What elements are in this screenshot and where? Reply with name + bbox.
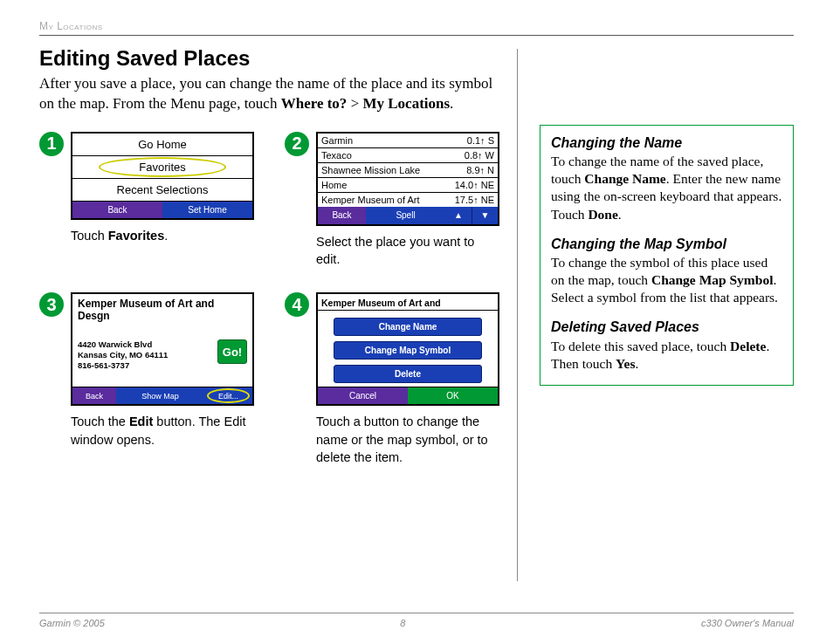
page-title: Editing Saved Places — [39, 46, 499, 71]
menu-go-home[interactable]: Go Home — [72, 134, 252, 156]
section-label: My Locations — [39, 20, 103, 32]
back-button[interactable]: Back — [318, 207, 366, 224]
place-title: Kemper Museum of Art and Desgn — [72, 294, 252, 324]
main-content: Editing Saved Places After you save a pl… — [39, 46, 517, 581]
step-1-badge: 1 — [39, 132, 64, 156]
sidebar-heading-name: Changing the Name — [551, 134, 782, 151]
screen-2: Garmin0.1↑ S Texaco0.8↑ W Shawnee Missio… — [316, 132, 499, 226]
footer-copyright: Garmin © 2005 — [39, 618, 105, 628]
step-4-caption: Touch a button to change the name or the… — [316, 413, 499, 466]
sidebar-text: To change the symbol of this place used … — [551, 254, 782, 306]
screen-3: Kemper Museum of Art and Desgn 4420 Warw… — [71, 292, 254, 406]
page-footer: Garmin © 2005 8 c330 Owner's Manual — [39, 613, 794, 628]
set-home-button[interactable]: Set Home — [162, 201, 252, 218]
back-button[interactable]: Back — [72, 387, 116, 404]
list-item[interactable]: Garmin0.1↑ S — [318, 134, 498, 148]
edit-button[interactable]: Edit... — [204, 387, 252, 404]
step-4: 4 Kemper Museum of Art and Change Name C… — [285, 292, 499, 466]
step-3-caption: Touch the Edit button. The Edit window o… — [71, 413, 254, 449]
scroll-down-button[interactable]: ▼ — [472, 207, 498, 224]
footer-manual-name: c330 Owner's Manual — [701, 618, 794, 628]
change-name-button[interactable]: Change Name — [334, 318, 482, 336]
screen-4: Kemper Museum of Art and Change Name Cha… — [316, 292, 499, 406]
intro-paragraph: After you save a place, you can change t… — [39, 74, 499, 114]
step-2: 2 Garmin0.1↑ S Texaco0.8↑ W Shawnee Miss… — [285, 132, 499, 269]
step-3: 3 Kemper Museum of Art and Desgn 4420 Wa… — [39, 292, 254, 466]
sidebar-text: To change the name of the saved place, t… — [551, 153, 782, 223]
sidebar: Changing the Name To change the name of … — [518, 46, 794, 581]
menu-recent[interactable]: Recent Selections — [72, 179, 252, 201]
place-title: Kemper Museum of Art and — [318, 296, 498, 311]
scroll-up-button[interactable]: ▲ — [445, 207, 472, 224]
list-item[interactable]: Home14.0↑ NE — [318, 178, 498, 193]
step-2-caption: Select the place you want to edit. — [316, 233, 499, 269]
step-3-badge: 3 — [39, 292, 64, 317]
footer-page-number: 8 — [400, 618, 405, 628]
go-button[interactable]: Go! — [217, 339, 247, 364]
delete-button[interactable]: Delete — [334, 365, 482, 383]
change-map-symbol-button[interactable]: Change Map Symbol — [334, 341, 482, 360]
show-map-button[interactable]: Show Map — [116, 387, 204, 404]
ok-button[interactable]: OK — [408, 387, 498, 404]
step-4-badge: 4 — [285, 292, 309, 317]
list-item[interactable]: Texaco0.8↑ W — [318, 148, 498, 163]
menu-favorites[interactable]: Favorites — [72, 156, 252, 179]
sidebar-heading-symbol: Changing the Map Symbol — [551, 236, 782, 252]
page-header: My Locations — [39, 17, 794, 36]
cancel-button[interactable]: Cancel — [318, 387, 408, 404]
list-item[interactable]: Shawnee Mission Lake8.9↑ N — [318, 163, 498, 178]
step-2-badge: 2 — [285, 132, 309, 156]
sidebar-text: To delete this saved place, touch Delete… — [551, 338, 782, 373]
step-1-caption: Touch Favorites. — [71, 227, 254, 244]
sidebar-heading-delete: Deleting Saved Places — [551, 319, 782, 335]
list-item[interactable]: Kemper Museum of Art17.5↑ NE — [318, 193, 498, 207]
screen-1: Go Home Favorites Recent Selections Back… — [71, 132, 254, 220]
step-1: 1 Go Home Favorites Recent Selections Ba… — [39, 132, 254, 269]
spell-button[interactable]: Spell — [366, 207, 445, 224]
back-button[interactable]: Back — [72, 201, 162, 218]
info-box: Changing the Name To change the name of … — [540, 125, 794, 386]
